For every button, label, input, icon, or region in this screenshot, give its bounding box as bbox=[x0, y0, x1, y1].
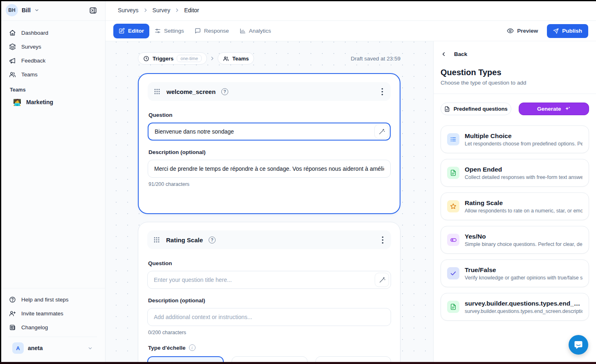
drag-handle-icon[interactable] bbox=[153, 236, 160, 243]
help-icon bbox=[9, 296, 16, 303]
type-title: Rating Scale bbox=[465, 199, 583, 207]
card-title: Rating Scale bbox=[166, 237, 203, 243]
clock-icon bbox=[143, 56, 149, 62]
sidebar-item-help[interactable]: Help and first steps bbox=[4, 293, 101, 306]
type-description: Collect detailed responses with free-for… bbox=[465, 174, 583, 180]
question-card-welcome-screen[interactable]: welcome_screen ? Question bbox=[138, 73, 400, 214]
sidebar-item-feedback[interactable]: Feedback bbox=[4, 54, 101, 67]
chevron-right-icon bbox=[209, 56, 215, 61]
sidebar-item-label: Invite teammates bbox=[21, 310, 63, 317]
teams-pill[interactable]: Teams bbox=[218, 52, 254, 65]
panel-subtitle: Choose the type of question to add bbox=[441, 80, 589, 86]
help-circle-icon[interactable]: ? bbox=[221, 88, 228, 95]
tab-label: Analytics bbox=[249, 28, 271, 34]
sidebar-item-changelog[interactable]: Changelog bbox=[4, 320, 101, 334]
check-icon bbox=[447, 267, 459, 279]
eye-icon bbox=[507, 27, 514, 34]
star-icon bbox=[447, 200, 459, 212]
back-label: Back bbox=[454, 51, 467, 57]
preview-label: Preview bbox=[517, 28, 538, 34]
account-name: aneta bbox=[28, 345, 83, 351]
chevron-right-icon bbox=[143, 7, 148, 13]
question-type-rating-scale[interactable]: Rating Scale Allow respondents to rate o… bbox=[441, 192, 589, 220]
generate-button[interactable]: Generate bbox=[519, 103, 589, 115]
sidebar-team-marketing[interactable]: 🧑‍💻 Marketing bbox=[8, 95, 97, 109]
publish-button[interactable]: Publish bbox=[547, 24, 588, 38]
sidebar-item-label: Dashboard bbox=[21, 30, 48, 36]
workspace-avatar[interactable]: BH bbox=[6, 4, 18, 16]
collapse-panel-icon bbox=[89, 7, 97, 14]
chat-launcher-button[interactable] bbox=[569, 335, 588, 355]
sidebar-item-label: Teams bbox=[21, 71, 38, 78]
description-label: Description (optional) bbox=[148, 149, 391, 155]
list-icon bbox=[447, 133, 459, 145]
card-menu-button[interactable] bbox=[380, 86, 385, 97]
card-menu-button[interactable] bbox=[380, 234, 385, 246]
triggers-pill[interactable]: Triggers one-time bbox=[138, 52, 207, 65]
survey-builder-app: BH Bill Dashboard bbox=[0, 0, 596, 364]
tab-label: Response bbox=[204, 28, 229, 34]
draft-status: Draft saved at 23:59 bbox=[351, 56, 400, 62]
tab-label: Editor bbox=[128, 28, 144, 34]
sidebar-item-label: Help and first steps bbox=[21, 297, 69, 303]
ai-improve-button[interactable] bbox=[375, 273, 389, 287]
collapse-sidebar-button[interactable] bbox=[86, 4, 99, 17]
sidebar-item-invite[interactable]: Invite teammates bbox=[4, 306, 101, 320]
team-emoji: 🧑‍💻 bbox=[13, 98, 21, 106]
pencil-square-icon bbox=[119, 28, 125, 34]
toggle-icon bbox=[447, 234, 459, 246]
window-edge-bottom bbox=[0, 362, 596, 364]
tab-label: Settings bbox=[164, 28, 184, 34]
breadcrumb-survey[interactable]: Survey bbox=[153, 7, 171, 13]
back-button[interactable]: Back bbox=[434, 51, 474, 57]
chat-bubble-smile-icon bbox=[574, 340, 583, 350]
question-card-rating-scale[interactable]: Rating Scale ? Question bbox=[138, 222, 400, 364]
account-avatar: A bbox=[12, 342, 24, 354]
workspace-name[interactable]: Bill bbox=[22, 7, 31, 13]
sidebar-item-dashboard[interactable]: Dashboard bbox=[4, 26, 101, 40]
type-title: Open Ended bbox=[465, 166, 583, 173]
account-switcher[interactable]: A aneta bbox=[8, 337, 97, 357]
description-input[interactable] bbox=[147, 308, 391, 326]
breadcrumb-surveys[interactable]: Surveys bbox=[118, 7, 139, 13]
generate-label: Generate bbox=[537, 106, 561, 112]
question-type-yes-no[interactable]: Yes/No Simple binary choice questions. P… bbox=[441, 226, 589, 254]
ai-improve-button[interactable] bbox=[374, 125, 389, 139]
main-area: Surveys Survey Editor Editor Se bbox=[106, 0, 596, 364]
panel-title: Question Types bbox=[441, 68, 589, 77]
question-label: Question bbox=[148, 112, 391, 118]
char-counter: 0/200 characters bbox=[148, 330, 391, 335]
preview-button[interactable]: Preview bbox=[507, 27, 538, 34]
question-type-true-false[interactable]: True/False Verify knowledge or gather op… bbox=[441, 259, 589, 287]
sidebar-item-teams[interactable]: Teams bbox=[4, 67, 101, 81]
tab-analytics[interactable]: Analytics bbox=[234, 24, 277, 38]
sidebar-item-label: Changelog bbox=[21, 324, 48, 331]
breadcrumb-editor[interactable]: Editor bbox=[184, 7, 199, 13]
help-circle-icon[interactable]: ? bbox=[209, 237, 216, 243]
tab-settings[interactable]: Settings bbox=[149, 24, 189, 38]
sidebar-nav: Dashboard Surveys Feedback Teams bbox=[0, 21, 105, 109]
question-type-open-ended[interactable]: Open Ended Collect detailed responses wi… bbox=[441, 159, 589, 187]
char-counter: 91/200 characters bbox=[148, 181, 391, 187]
predefined-questions-button[interactable]: Predefined questions bbox=[441, 103, 511, 115]
question-input[interactable] bbox=[148, 123, 391, 141]
home-icon bbox=[9, 29, 16, 36]
sidebar-item-label: Feedback bbox=[21, 58, 45, 64]
drag-handle-icon[interactable] bbox=[153, 88, 161, 95]
document-icon bbox=[447, 301, 459, 313]
tab-response[interactable]: Response bbox=[189, 24, 234, 38]
chevron-down-icon bbox=[88, 346, 93, 351]
sidebar-item-surveys[interactable]: Surveys bbox=[4, 40, 101, 54]
question-type-multiple-choice[interactable]: Multiple Choice Let respondents choose f… bbox=[441, 125, 589, 153]
teams-section-header: Teams bbox=[4, 81, 101, 95]
editor-toolbar: Editor Settings Response Analytics bbox=[106, 21, 596, 41]
magic-wand-icon bbox=[378, 128, 385, 135]
sliders-icon bbox=[155, 28, 161, 34]
team-label: Marketing bbox=[26, 99, 53, 105]
tab-editor[interactable]: Editor bbox=[113, 24, 149, 38]
chevron-down-icon bbox=[34, 8, 39, 13]
description-input[interactable] bbox=[148, 160, 391, 178]
question-type-end-screen[interactable]: survey.builder.questions.types.end_scr..… bbox=[441, 293, 589, 321]
info-icon[interactable]: i bbox=[189, 344, 196, 351]
question-input[interactable] bbox=[147, 271, 391, 289]
